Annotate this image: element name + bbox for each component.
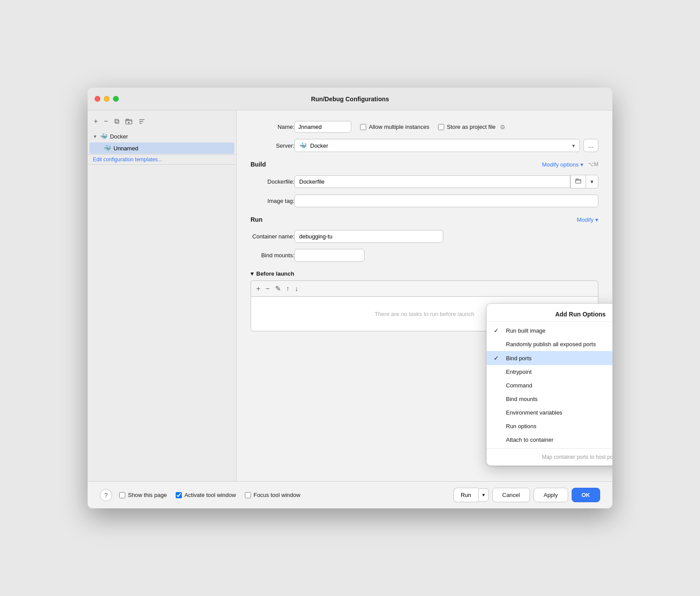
- chevron-down-icon: ▾: [580, 161, 583, 168]
- check-icon: ✓: [494, 327, 502, 334]
- activate-tool-checkbox[interactable]: [176, 492, 182, 498]
- popup-item-bind-ports[interactable]: ✓ Bind ports -p: [487, 351, 612, 365]
- sidebar-item-label: Unnamed: [113, 145, 138, 152]
- sort-button[interactable]: [138, 117, 146, 126]
- sidebar-toolbar: + − ⧉: [88, 114, 236, 131]
- sidebar-item-unnamed[interactable]: 🐳 Unnamed: [89, 142, 234, 154]
- activate-tool-label: Activate tool window: [184, 492, 236, 498]
- footer-buttons: Run ▾ Cancel Apply OK: [453, 488, 600, 502]
- bind-mounts-label: Bind mounts:: [251, 252, 294, 259]
- image-tag-input[interactable]: [294, 195, 598, 207]
- server-row: Server: 🐳 Docker ▾ ...: [251, 139, 598, 152]
- modify-options-group: Modify options ▾ ⌥M: [542, 161, 598, 168]
- name-input[interactable]: [294, 121, 351, 133]
- dockerfile-folder-button[interactable]: [570, 175, 586, 188]
- image-tag-row: Image tag:: [251, 195, 598, 207]
- popup-item-label: Bind mounts: [506, 396, 537, 402]
- check-icon: ✓: [494, 355, 502, 362]
- before-launch-remove-button[interactable]: −: [265, 284, 270, 294]
- dockerfile-row: Dockerfile: ▾: [251, 175, 598, 188]
- allow-multiple-group: Allow multiple instances: [360, 124, 429, 130]
- run-section-header: Run Modify ▾: [251, 216, 598, 223]
- focus-tool-checkbox[interactable]: [245, 492, 251, 498]
- modify-options-button[interactable]: Modify options ▾: [542, 161, 583, 168]
- minimize-button[interactable]: [104, 96, 110, 102]
- run-button[interactable]: Run: [453, 488, 478, 502]
- dockerfile-dropdown-button[interactable]: ▾: [586, 175, 598, 188]
- popup-title: Add Run Options: [487, 306, 612, 322]
- add-run-options-popup: Add Run Options ✓ Run built image Random…: [486, 303, 612, 466]
- popup-item-run-built-image[interactable]: ✓ Run built image: [487, 323, 612, 337]
- dockerfile-label: Dockerfile:: [251, 178, 294, 185]
- popup-item-attach-container[interactable]: Attach to container: [487, 433, 612, 447]
- container-name-input[interactable]: [294, 230, 443, 243]
- container-name-row: Container name:: [251, 230, 598, 243]
- popup-item-label: Run options: [506, 423, 536, 429]
- server-docker-icon: 🐳: [299, 142, 307, 149]
- remove-config-button[interactable]: −: [103, 117, 109, 126]
- show-page-checkbox[interactable]: [119, 492, 125, 498]
- popup-item-command[interactable]: Command: [487, 379, 612, 392]
- footer-checkboxes: Show this page Activate tool window Focu…: [119, 492, 446, 498]
- modify-shortcut-hint: ⌥M: [588, 161, 598, 167]
- popup-item-label: Randomly publish all exposed ports: [506, 341, 596, 348]
- maximize-button[interactable]: [113, 96, 119, 102]
- footer: ? Show this page Activate tool window Fo…: [88, 481, 612, 508]
- dockerfile-input-group: ▾: [294, 175, 598, 188]
- server-dropdown[interactable]: 🐳 Docker ▾: [294, 139, 580, 152]
- sidebar-bottom: Edit configuration templates...: [88, 154, 236, 165]
- cancel-button[interactable]: Cancel: [492, 488, 530, 502]
- window-title: Run/Debug Configurations: [311, 96, 389, 103]
- show-page-group: Show this page: [119, 492, 167, 498]
- focus-tool-label: Focus tool window: [254, 492, 301, 498]
- store-project-group: Store as project file ⚙: [438, 124, 506, 131]
- popup-item-bind-mounts[interactable]: Bind mounts -v: [487, 392, 612, 406]
- window: Run/Debug Configurations + − ⧉: [88, 88, 612, 508]
- popup-item-label: Run built image: [506, 327, 545, 334]
- dockerfile-input[interactable]: [294, 175, 570, 188]
- before-launch-add-button[interactable]: +: [255, 284, 261, 294]
- before-launch-up-button[interactable]: ↑: [285, 284, 290, 294]
- config-content: Name: Allow multiple instances Store as …: [237, 110, 612, 481]
- run-modify-button[interactable]: Modify ▾: [577, 216, 598, 223]
- popup-item-label: Command: [506, 382, 532, 389]
- copy-config-button[interactable]: ⧉: [113, 117, 120, 126]
- ok-button[interactable]: OK: [572, 488, 601, 502]
- close-button[interactable]: [95, 96, 100, 102]
- before-launch-header[interactable]: ▾ Before launch: [251, 270, 598, 277]
- docker-group-header[interactable]: ▼ 🐳 Docker: [88, 131, 236, 142]
- svg-rect-6: [576, 180, 581, 184]
- run-dropdown-button[interactable]: ▾: [478, 488, 489, 502]
- store-project-checkbox[interactable]: [438, 124, 444, 130]
- bind-mounts-input[interactable]: [294, 249, 364, 262]
- bind-mounts-row: Bind mounts:: [251, 249, 598, 262]
- apply-button[interactable]: Apply: [534, 488, 568, 502]
- docker-item-icon: 🐳: [103, 145, 111, 152]
- allow-multiple-label: Allow multiple instances: [369, 124, 429, 130]
- popup-item-entrypoint[interactable]: Entrypoint: [487, 365, 612, 379]
- modify-options-label: Modify options: [542, 161, 579, 168]
- add-config-button[interactable]: +: [93, 117, 99, 126]
- chevron-down-icon: ▾: [572, 142, 575, 149]
- popup-divider: [487, 448, 612, 449]
- popup-item-label: Bind ports: [506, 355, 532, 362]
- store-project-settings-icon[interactable]: ⚙: [500, 124, 506, 131]
- server-value: Docker: [310, 142, 328, 149]
- popup-item-randomly-publish[interactable]: Randomly publish all exposed ports -P: [487, 337, 612, 351]
- before-launch-label: Before launch: [256, 270, 294, 277]
- allow-multiple-checkbox[interactable]: [360, 124, 366, 130]
- run-title: Run: [251, 216, 262, 223]
- server-label: Server:: [251, 142, 294, 149]
- popup-item-env-vars[interactable]: Environment variables -e: [487, 406, 612, 419]
- edit-templates-link[interactable]: Edit configuration templates...: [88, 155, 236, 165]
- store-project-label: Store as project file: [447, 124, 495, 130]
- help-button[interactable]: ?: [100, 489, 112, 501]
- popup-item-run-options[interactable]: Run options: [487, 419, 612, 433]
- before-launch-down-button[interactable]: ↓: [294, 284, 299, 294]
- show-page-label: Show this page: [128, 492, 167, 498]
- chevron-down-icon: ▼: [93, 134, 97, 139]
- before-launch-edit-button[interactable]: ✎: [274, 284, 282, 294]
- server-more-button[interactable]: ...: [583, 139, 598, 152]
- new-folder-button[interactable]: [124, 117, 133, 126]
- docker-group-label: Docker: [110, 133, 128, 140]
